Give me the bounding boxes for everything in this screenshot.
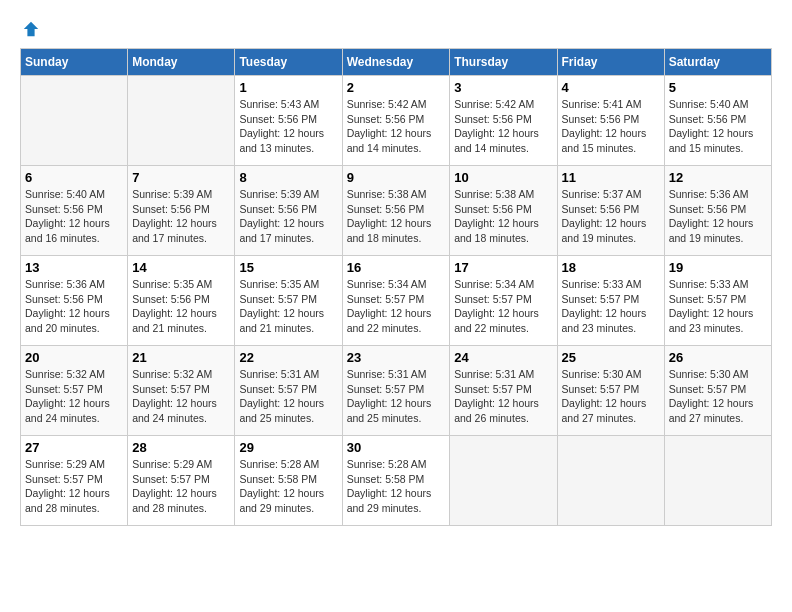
calendar-cell: 3Sunrise: 5:42 AM Sunset: 5:56 PM Daylig… [450,76,557,166]
day-info: Sunrise: 5:28 AM Sunset: 5:58 PM Dayligh… [347,457,446,516]
calendar-cell: 1Sunrise: 5:43 AM Sunset: 5:56 PM Daylig… [235,76,342,166]
weekday-header-sunday: Sunday [21,49,128,76]
calendar-cell: 4Sunrise: 5:41 AM Sunset: 5:56 PM Daylig… [557,76,664,166]
day-number: 7 [132,170,230,185]
day-info: Sunrise: 5:41 AM Sunset: 5:56 PM Dayligh… [562,97,660,156]
weekday-header-row: SundayMondayTuesdayWednesdayThursdayFrid… [21,49,772,76]
day-info: Sunrise: 5:28 AM Sunset: 5:58 PM Dayligh… [239,457,337,516]
day-info: Sunrise: 5:30 AM Sunset: 5:57 PM Dayligh… [669,367,767,426]
calendar-cell: 6Sunrise: 5:40 AM Sunset: 5:56 PM Daylig… [21,166,128,256]
day-number: 18 [562,260,660,275]
calendar-cell: 25Sunrise: 5:30 AM Sunset: 5:57 PM Dayli… [557,346,664,436]
day-number: 21 [132,350,230,365]
day-number: 12 [669,170,767,185]
day-number: 22 [239,350,337,365]
week-row-3: 13Sunrise: 5:36 AM Sunset: 5:56 PM Dayli… [21,256,772,346]
calendar-cell: 8Sunrise: 5:39 AM Sunset: 5:56 PM Daylig… [235,166,342,256]
day-number: 6 [25,170,123,185]
logo-icon [22,20,40,38]
calendar-cell [664,436,771,526]
day-number: 9 [347,170,446,185]
day-number: 29 [239,440,337,455]
calendar-cell: 7Sunrise: 5:39 AM Sunset: 5:56 PM Daylig… [128,166,235,256]
weekday-header-monday: Monday [128,49,235,76]
calendar-cell: 15Sunrise: 5:35 AM Sunset: 5:57 PM Dayli… [235,256,342,346]
day-info: Sunrise: 5:31 AM Sunset: 5:57 PM Dayligh… [347,367,446,426]
calendar-cell: 9Sunrise: 5:38 AM Sunset: 5:56 PM Daylig… [342,166,450,256]
calendar-cell: 24Sunrise: 5:31 AM Sunset: 5:57 PM Dayli… [450,346,557,436]
calendar-cell: 28Sunrise: 5:29 AM Sunset: 5:57 PM Dayli… [128,436,235,526]
calendar-cell [21,76,128,166]
day-info: Sunrise: 5:34 AM Sunset: 5:57 PM Dayligh… [454,277,552,336]
day-info: Sunrise: 5:31 AM Sunset: 5:57 PM Dayligh… [239,367,337,426]
day-number: 4 [562,80,660,95]
calendar-cell [128,76,235,166]
weekday-header-tuesday: Tuesday [235,49,342,76]
calendar-cell: 27Sunrise: 5:29 AM Sunset: 5:57 PM Dayli… [21,436,128,526]
day-number: 11 [562,170,660,185]
day-info: Sunrise: 5:35 AM Sunset: 5:57 PM Dayligh… [239,277,337,336]
day-info: Sunrise: 5:29 AM Sunset: 5:57 PM Dayligh… [132,457,230,516]
weekday-header-thursday: Thursday [450,49,557,76]
day-info: Sunrise: 5:31 AM Sunset: 5:57 PM Dayligh… [454,367,552,426]
day-info: Sunrise: 5:33 AM Sunset: 5:57 PM Dayligh… [669,277,767,336]
day-number: 25 [562,350,660,365]
week-row-2: 6Sunrise: 5:40 AM Sunset: 5:56 PM Daylig… [21,166,772,256]
day-info: Sunrise: 5:40 AM Sunset: 5:56 PM Dayligh… [25,187,123,246]
calendar-cell: 18Sunrise: 5:33 AM Sunset: 5:57 PM Dayli… [557,256,664,346]
day-info: Sunrise: 5:32 AM Sunset: 5:57 PM Dayligh… [132,367,230,426]
day-number: 23 [347,350,446,365]
day-info: Sunrise: 5:36 AM Sunset: 5:56 PM Dayligh… [669,187,767,246]
week-row-4: 20Sunrise: 5:32 AM Sunset: 5:57 PM Dayli… [21,346,772,436]
day-number: 15 [239,260,337,275]
logo [20,20,40,38]
day-number: 30 [347,440,446,455]
day-number: 14 [132,260,230,275]
calendar-cell [450,436,557,526]
day-number: 5 [669,80,767,95]
day-number: 13 [25,260,123,275]
calendar-cell: 20Sunrise: 5:32 AM Sunset: 5:57 PM Dayli… [21,346,128,436]
calendar-cell: 13Sunrise: 5:36 AM Sunset: 5:56 PM Dayli… [21,256,128,346]
day-number: 10 [454,170,552,185]
calendar-cell: 12Sunrise: 5:36 AM Sunset: 5:56 PM Dayli… [664,166,771,256]
day-number: 17 [454,260,552,275]
calendar-cell: 21Sunrise: 5:32 AM Sunset: 5:57 PM Dayli… [128,346,235,436]
day-number: 19 [669,260,767,275]
calendar-cell: 29Sunrise: 5:28 AM Sunset: 5:58 PM Dayli… [235,436,342,526]
svg-marker-0 [24,22,38,36]
day-number: 27 [25,440,123,455]
day-number: 16 [347,260,446,275]
calendar-cell: 14Sunrise: 5:35 AM Sunset: 5:56 PM Dayli… [128,256,235,346]
calendar-cell: 16Sunrise: 5:34 AM Sunset: 5:57 PM Dayli… [342,256,450,346]
calendar-cell: 2Sunrise: 5:42 AM Sunset: 5:56 PM Daylig… [342,76,450,166]
day-info: Sunrise: 5:34 AM Sunset: 5:57 PM Dayligh… [347,277,446,336]
calendar-cell: 26Sunrise: 5:30 AM Sunset: 5:57 PM Dayli… [664,346,771,436]
calendar-cell: 5Sunrise: 5:40 AM Sunset: 5:56 PM Daylig… [664,76,771,166]
day-number: 2 [347,80,446,95]
page-header [20,20,772,38]
weekday-header-friday: Friday [557,49,664,76]
day-info: Sunrise: 5:32 AM Sunset: 5:57 PM Dayligh… [25,367,123,426]
calendar-cell [557,436,664,526]
calendar: SundayMondayTuesdayWednesdayThursdayFrid… [20,48,772,526]
weekday-header-saturday: Saturday [664,49,771,76]
day-number: 24 [454,350,552,365]
day-info: Sunrise: 5:39 AM Sunset: 5:56 PM Dayligh… [132,187,230,246]
day-number: 20 [25,350,123,365]
day-info: Sunrise: 5:37 AM Sunset: 5:56 PM Dayligh… [562,187,660,246]
day-number: 26 [669,350,767,365]
calendar-cell: 11Sunrise: 5:37 AM Sunset: 5:56 PM Dayli… [557,166,664,256]
day-info: Sunrise: 5:42 AM Sunset: 5:56 PM Dayligh… [454,97,552,156]
calendar-cell: 10Sunrise: 5:38 AM Sunset: 5:56 PM Dayli… [450,166,557,256]
day-info: Sunrise: 5:36 AM Sunset: 5:56 PM Dayligh… [25,277,123,336]
day-number: 1 [239,80,337,95]
calendar-cell: 19Sunrise: 5:33 AM Sunset: 5:57 PM Dayli… [664,256,771,346]
day-info: Sunrise: 5:35 AM Sunset: 5:56 PM Dayligh… [132,277,230,336]
calendar-cell: 17Sunrise: 5:34 AM Sunset: 5:57 PM Dayli… [450,256,557,346]
day-number: 3 [454,80,552,95]
day-info: Sunrise: 5:38 AM Sunset: 5:56 PM Dayligh… [347,187,446,246]
day-info: Sunrise: 5:38 AM Sunset: 5:56 PM Dayligh… [454,187,552,246]
week-row-1: 1Sunrise: 5:43 AM Sunset: 5:56 PM Daylig… [21,76,772,166]
day-info: Sunrise: 5:29 AM Sunset: 5:57 PM Dayligh… [25,457,123,516]
